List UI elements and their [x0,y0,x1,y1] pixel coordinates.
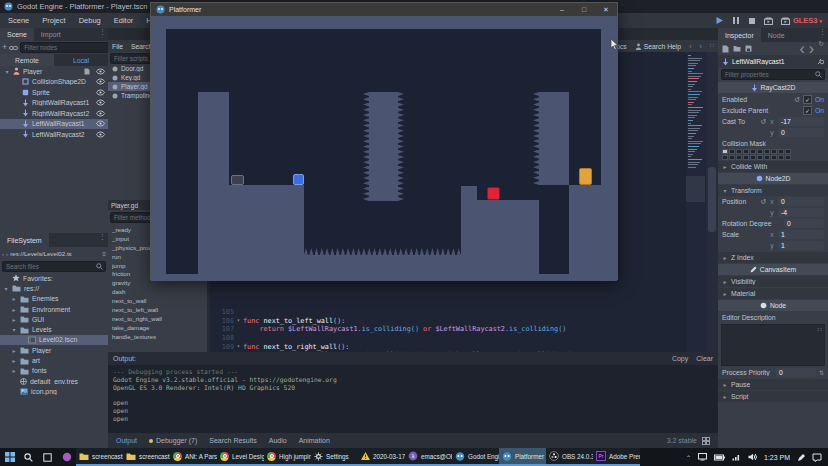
new-resource-icon[interactable] [722,45,729,53]
group-caret-icon[interactable]: ▸ [722,163,728,170]
mask-cell[interactable] [764,149,770,154]
fold-icon[interactable]: ▾ [234,317,243,326]
bottom-tab-search[interactable]: Search Results [209,437,256,444]
tray-expand-icon[interactable]: ⌃ [686,454,691,461]
mask-cell[interactable] [722,155,728,160]
menu-editor[interactable]: Editor [114,16,134,25]
renderer-dropdown[interactable]: GLES3 ▾ [793,13,822,28]
game-viewport[interactable] [151,16,617,281]
tab-scene[interactable]: Scene [0,28,34,41]
distraction-free-icon[interactable]: ∷ [710,42,714,50]
visibility-eye-icon[interactable] [96,99,105,106]
tab-inspector[interactable]: Inspector [718,28,761,42]
play-icon[interactable] [715,16,724,25]
tab-filesystem[interactable]: FileSystem [0,233,49,247]
tree-caret-icon[interactable]: ▸ [11,306,17,313]
tree-caret-icon[interactable]: ▸ [11,357,17,364]
bottom-tab-animation[interactable]: Animation [299,437,330,444]
history-back-icon[interactable]: ‹ [2,250,4,257]
property-exclude-parent[interactable]: Exclude Parent✓On [718,105,828,116]
filter-nodes-input[interactable] [23,44,113,51]
mask-cell[interactable] [729,149,735,154]
mask-cell[interactable] [771,155,777,160]
tree-caret-icon[interactable]: ▸ [11,367,17,374]
tree-caret-icon[interactable]: ▾ [3,285,9,292]
scene-node-leftwallraycast1[interactable]: LeftWallRaycast1 [0,119,108,130]
taskbar-app-high-jumpin---[interactable]: High jumpin... [264,448,311,466]
scene-node-rightwallraycast1[interactable]: RightWallRaycast1 [0,98,108,109]
bottom-tab-output[interactable]: Output [116,437,137,444]
taskbar-app-screencasts[interactable]: screencasts [123,448,170,466]
panel-menu-icon[interactable]: ⋮ [99,233,108,247]
tree-caret-icon[interactable]: ▾ [11,326,17,333]
start-button[interactable] [0,448,19,466]
method-item-handle_textures[interactable]: handle_textures [108,332,207,341]
fs-item-favorites-[interactable]: Favorites: [0,273,108,283]
property-group-transform[interactable]: ▾Transform [718,185,828,196]
remote-tab[interactable]: Remote [0,54,54,66]
visibility-eye-icon[interactable] [96,78,105,85]
value-field[interactable]: 1 [778,230,824,239]
taskbar-search-icon[interactable] [19,448,38,466]
tree-caret-icon[interactable]: ▸ [11,295,17,302]
visibility-eye-icon[interactable] [96,68,105,75]
mask-cell[interactable] [764,155,770,160]
property-y[interactable]: y-4 [718,207,828,218]
property-group-pause[interactable]: ▸Pause [718,379,828,390]
fs-path[interactable]: res://Levels/Level02.ts [10,250,100,257]
fs-item-fonts[interactable]: ▸fonts [0,366,108,376]
scene-node-leftwallraycast2[interactable]: LeftWallRaycast2 [0,129,108,140]
visibility-eye-icon[interactable] [96,89,105,96]
scene-node-sprite[interactable]: Sprite [0,87,108,98]
script-forward-icon[interactable]: › [699,43,701,50]
notification-icon[interactable] [812,453,822,462]
group-caret-icon[interactable]: ▸ [722,381,728,388]
inspector-back-icon[interactable]: ‹ [799,40,804,58]
mask-cell[interactable] [771,149,777,154]
menu-debug[interactable]: Debug [79,16,101,25]
instance-scene-icon[interactable] [9,44,18,52]
save-resource-icon[interactable] [745,45,752,52]
mask-cell[interactable] [785,149,791,154]
update-spinner-icon[interactable] [702,437,710,445]
tree-caret-icon[interactable]: ▸ [11,347,17,354]
expand-icon[interactable]: ∷ [818,326,822,334]
game-window-titlebar[interactable]: Platformer – □ ✕ [151,3,617,16]
object-history-icon[interactable]: ↻ [818,40,824,58]
minimize-button[interactable]: – [551,3,573,16]
property-y[interactable]: y0 [718,127,828,138]
scrollbar-thumb[interactable] [708,167,716,232]
mask-cell[interactable] [743,149,749,154]
fs-item-icon-png[interactable]: icon.png [0,386,108,396]
revert-icon[interactable]: ↺ [794,96,800,104]
property-group-script[interactable]: ▸Script [718,391,828,402]
play-custom-scene-icon[interactable] [781,17,790,25]
value-field[interactable]: 0 [776,368,816,377]
menu-scene[interactable]: Scene [8,16,29,25]
tab-import[interactable]: Import [34,28,68,41]
script-icon[interactable] [84,68,90,75]
group-caret-icon[interactable]: ▾ [722,187,728,194]
fs-item-default-env-tres[interactable]: default_env.tres [0,376,108,386]
network-icon[interactable] [732,454,741,461]
group-caret-icon[interactable]: ▸ [722,393,728,400]
menu-project[interactable]: Project [42,16,65,25]
fold-icon[interactable]: ▾ [234,343,243,352]
checkbox-icon[interactable]: ✓ [803,106,812,115]
property-group-visibility[interactable]: ▸Visibility [718,276,828,287]
property-group-collide-with[interactable]: ▸Collide With [718,161,828,172]
taskbar-app-adobe-prem---[interactable]: PrAdobe Prem... [593,448,640,466]
taskbar-app-emacs-oes---[interactable]: λemacs@OES... [405,448,452,466]
value-field[interactable]: -4 [778,208,824,217]
stepper-icon[interactable]: ⇅ [819,369,824,376]
collision-mask-grid[interactable] [718,149,828,160]
display-icon[interactable] [698,453,707,461]
pause-icon[interactable] [732,16,740,25]
clear-button[interactable]: Clear [696,355,713,362]
history-forward-icon[interactable]: › [6,250,8,257]
property-scale[interactable]: Scalex1 [718,229,828,240]
mask-cell[interactable] [750,155,756,160]
checkbox-icon[interactable]: ✓ [803,95,812,104]
windows-ink-icon[interactable] [797,453,805,462]
taskbar-app-obs-24-0-3-----[interactable]: OBS 24.0.3 (... [546,448,593,466]
